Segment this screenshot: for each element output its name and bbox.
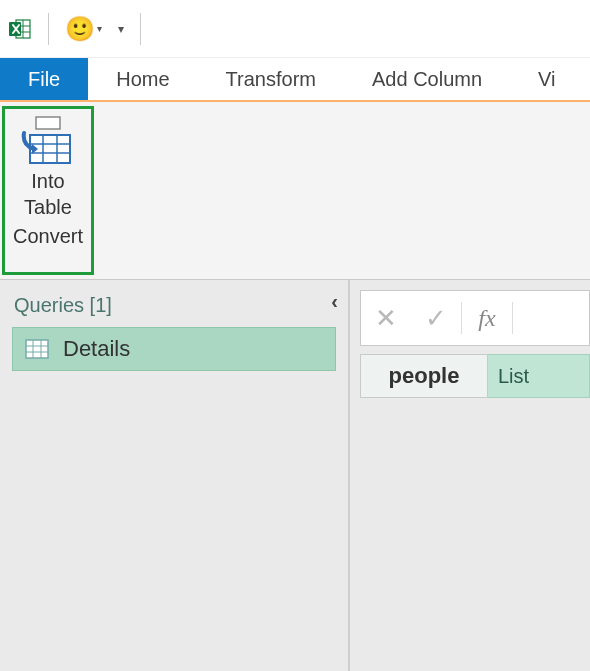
ribbon-tabs: File Home Transform Add Column Vi <box>0 58 590 102</box>
fx-icon: fx <box>478 305 495 332</box>
ribbon-group-convert: Into Table Convert <box>2 106 94 275</box>
tab-file[interactable]: File <box>0 58 88 100</box>
collapse-queries-button[interactable]: ‹ <box>331 290 338 313</box>
data-pane: ✕ ✓ fx people List <box>350 280 590 671</box>
record-field-name: people <box>360 354 488 398</box>
into-table-label-1: Into <box>31 169 64 193</box>
tab-add-column[interactable]: Add Column <box>344 58 510 100</box>
query-item-label: Details <box>63 336 130 362</box>
emoji-button[interactable]: 🙂 ▾ <box>65 17 102 41</box>
table-icon <box>25 339 49 359</box>
into-table-button[interactable]: Into Table <box>9 113 87 219</box>
svg-rect-5 <box>36 117 60 129</box>
separator <box>512 302 513 334</box>
close-icon: ✕ <box>375 303 397 334</box>
ribbon-body: Into Table Convert <box>0 102 590 280</box>
queries-pane: ‹ Queries [1] Details <box>0 280 348 671</box>
record-row: people List <box>360 354 590 398</box>
svg-rect-11 <box>26 340 48 358</box>
formula-confirm-button[interactable]: ✓ <box>411 291 461 345</box>
ribbon-group-title: Convert <box>13 225 83 248</box>
formula-cancel-button[interactable]: ✕ <box>361 291 411 345</box>
excel-icon <box>8 17 32 41</box>
queries-header: Queries [1] <box>0 288 348 323</box>
chevron-left-icon: ‹ <box>331 290 338 312</box>
query-item-details[interactable]: Details <box>12 327 336 371</box>
tab-view[interactable]: Vi <box>510 58 583 100</box>
workspace: ‹ Queries [1] Details ✕ <box>0 280 590 671</box>
check-icon: ✓ <box>425 303 447 334</box>
smiley-icon: 🙂 <box>65 17 95 41</box>
customize-qat-button[interactable]: ▾ <box>118 22 124 36</box>
quick-access-toolbar: 🙂 ▾ ▾ <box>0 0 590 58</box>
separator <box>48 13 49 45</box>
tab-transform[interactable]: Transform <box>198 58 344 100</box>
chevron-down-icon: ▾ <box>97 23 102 34</box>
customize-icon: ▾ <box>118 22 124 36</box>
into-table-label-2: Table <box>24 195 72 219</box>
separator <box>140 13 141 45</box>
formula-fx-button[interactable]: fx <box>462 291 512 345</box>
queries-title: Queries [1] <box>14 294 112 317</box>
tab-home[interactable]: Home <box>88 58 197 100</box>
into-table-icon <box>20 115 76 167</box>
formula-bar: ✕ ✓ fx <box>360 290 590 346</box>
record-field-value[interactable]: List <box>488 354 590 398</box>
